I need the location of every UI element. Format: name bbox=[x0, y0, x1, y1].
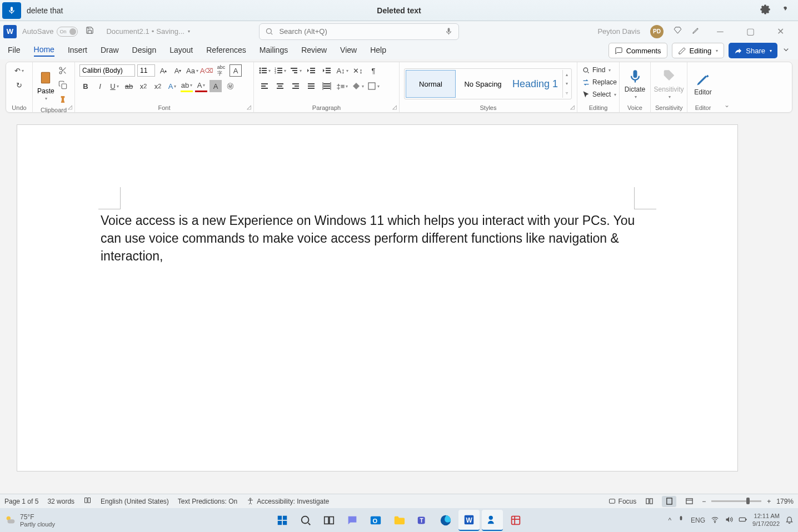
print-layout-button[interactable] bbox=[662, 496, 676, 507]
read-mode-button[interactable] bbox=[642, 496, 656, 507]
tab-draw[interactable]: Draw bbox=[101, 46, 119, 56]
tab-references[interactable]: References bbox=[206, 46, 246, 56]
taskbar-search[interactable] bbox=[295, 510, 316, 531]
font-color-button[interactable]: A▾ bbox=[195, 80, 207, 92]
spellcheck-status[interactable] bbox=[83, 496, 92, 506]
document-name[interactable]: Document2.1 • Saving... ▾ bbox=[106, 27, 189, 36]
taskbar-voice-access[interactable] bbox=[482, 510, 503, 531]
style-no-spacing[interactable]: No Spacing bbox=[458, 70, 508, 98]
highlight-button[interactable]: ab▾ bbox=[181, 80, 193, 92]
close-button[interactable]: ✕ bbox=[770, 26, 790, 37]
save-button[interactable] bbox=[86, 26, 94, 37]
bullets-button[interactable]: ▾ bbox=[258, 64, 271, 77]
copy-button[interactable] bbox=[57, 79, 69, 91]
clear-formatting-button[interactable]: A⌫ bbox=[201, 64, 213, 77]
avatar[interactable]: PD bbox=[650, 25, 664, 38]
tab-mailings[interactable]: Mailings bbox=[260, 46, 288, 56]
redo-button[interactable]: ↻ bbox=[13, 79, 26, 91]
borders-button[interactable]: ▾ bbox=[367, 80, 380, 92]
sensitivity-button[interactable]: Sensitivity ▾ bbox=[654, 69, 684, 99]
paste-button[interactable]: Paste ▾ bbox=[37, 69, 54, 101]
tab-file[interactable]: File bbox=[8, 46, 21, 56]
tab-help[interactable]: Help bbox=[370, 46, 386, 56]
tray-notifications[interactable] bbox=[785, 515, 794, 525]
editing-mode-button[interactable]: Editing ▾ bbox=[672, 43, 725, 58]
shrink-font-button[interactable]: A▾ bbox=[172, 64, 184, 77]
superscript-button[interactable]: x2 bbox=[152, 80, 164, 92]
styles-launcher[interactable]: ◿ bbox=[570, 104, 575, 110]
tab-design[interactable]: Design bbox=[132, 46, 157, 56]
minimize-button[interactable]: ─ bbox=[710, 27, 730, 37]
strikethrough-button[interactable]: ab bbox=[123, 80, 135, 92]
multilevel-list-button[interactable]: ▾ bbox=[290, 64, 302, 77]
tab-review[interactable]: Review bbox=[301, 46, 327, 56]
underline-button[interactable]: U▾ bbox=[108, 80, 121, 92]
replace-button[interactable]: Replace bbox=[582, 77, 617, 88]
style-normal[interactable]: Normal bbox=[406, 70, 456, 98]
phonetic-guide-button[interactable]: abc字 bbox=[215, 64, 227, 77]
shading-button[interactable]: ▾ bbox=[352, 80, 364, 92]
sort-button[interactable]: A↕▾ bbox=[336, 64, 348, 77]
style-heading-1[interactable]: Heading 1 bbox=[510, 70, 560, 98]
line-spacing-button[interactable]: ‡≡▾ bbox=[336, 80, 348, 92]
word-count-status[interactable]: 32 words bbox=[47, 498, 74, 505]
collapse-ribbon-button[interactable] bbox=[782, 46, 790, 56]
change-case-button[interactable]: Aa▾ bbox=[186, 64, 198, 77]
document-area[interactable]: Voice access is a new Experience on Wind… bbox=[0, 117, 798, 476]
tab-insert[interactable]: Insert bbox=[68, 46, 87, 56]
increase-indent-button[interactable] bbox=[321, 64, 333, 77]
tab-layout[interactable]: Layout bbox=[169, 46, 193, 56]
document-page[interactable]: Voice access is a new Experience on Wind… bbox=[17, 124, 738, 471]
maximize-button[interactable]: ▢ bbox=[740, 26, 760, 37]
voice-microphone-button[interactable] bbox=[2, 2, 21, 19]
character-border-button[interactable]: A bbox=[230, 64, 242, 77]
zoom-in-button[interactable]: + bbox=[767, 498, 771, 505]
tray-clock[interactable]: 12:11 AM 9/17/2022 bbox=[752, 513, 780, 527]
numbering-button[interactable]: 123▾ bbox=[274, 64, 286, 77]
justify-button[interactable] bbox=[305, 80, 317, 92]
tray-battery[interactable] bbox=[739, 515, 747, 525]
undo-button[interactable]: ↶▾ bbox=[13, 64, 26, 77]
grow-font-button[interactable]: A▴ bbox=[157, 64, 169, 77]
distributed-button[interactable] bbox=[321, 80, 333, 92]
document-body-text[interactable]: Voice access is a new Experience on Wind… bbox=[101, 212, 654, 265]
taskbar-word[interactable]: W bbox=[458, 510, 480, 531]
diamond-button[interactable] bbox=[674, 26, 682, 37]
comments-button[interactable]: Comments bbox=[609, 43, 667, 58]
font-launcher[interactable]: ◿ bbox=[247, 104, 251, 110]
focus-mode-button[interactable]: Focus bbox=[608, 497, 637, 505]
weather-widget[interactable]: 75°F Partly cloudy bbox=[4, 513, 55, 528]
voice-settings-button[interactable] bbox=[760, 4, 770, 17]
search-input[interactable] bbox=[279, 27, 439, 36]
search-box[interactable] bbox=[259, 23, 459, 40]
autosave-toggle[interactable]: On bbox=[57, 27, 78, 37]
tray-wifi[interactable] bbox=[711, 515, 719, 525]
taskbar-outlook[interactable]: O bbox=[365, 510, 386, 531]
voice-help-button[interactable] bbox=[780, 4, 790, 17]
ribbon-options-button[interactable]: ⌄ bbox=[724, 101, 730, 109]
asian-layout-button[interactable]: ✕↕ bbox=[352, 64, 364, 77]
dictate-button[interactable]: Dictate ▾ bbox=[624, 69, 646, 99]
editor-button[interactable]: Editor bbox=[692, 72, 714, 96]
clipboard-launcher[interactable]: ◿ bbox=[68, 104, 72, 110]
page-number-status[interactable]: Page 1 of 5 bbox=[4, 498, 38, 505]
zoom-out-button[interactable]: − bbox=[702, 498, 706, 505]
task-view[interactable] bbox=[318, 510, 340, 531]
tab-view[interactable]: View bbox=[340, 46, 357, 56]
web-layout-button[interactable] bbox=[682, 496, 696, 507]
start-button[interactable] bbox=[272, 510, 293, 531]
find-button[interactable]: Find▾ bbox=[582, 64, 611, 76]
accessibility-status[interactable]: Accessibility: Investigate bbox=[246, 497, 329, 505]
taskbar-explorer[interactable] bbox=[388, 510, 410, 531]
taskbar-chat[interactable] bbox=[342, 510, 363, 531]
character-shading-button[interactable]: A bbox=[210, 80, 222, 92]
paragraph-launcher[interactable]: ◿ bbox=[392, 104, 397, 110]
select-button[interactable]: Select▾ bbox=[582, 89, 616, 100]
zoom-slider[interactable] bbox=[711, 500, 761, 502]
format-painter-button[interactable] bbox=[57, 93, 69, 106]
cut-button[interactable] bbox=[57, 64, 69, 77]
enclose-characters-button[interactable]: ㊙ bbox=[224, 80, 236, 92]
tray-expand[interactable]: ^ bbox=[668, 516, 671, 524]
text-effects-button[interactable]: A▾ bbox=[166, 80, 178, 92]
taskbar-teams[interactable]: T bbox=[412, 510, 433, 531]
